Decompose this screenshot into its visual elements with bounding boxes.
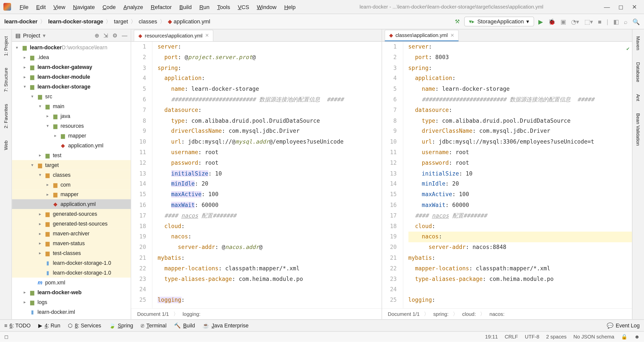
expand-icon[interactable]: ⇲ — [103, 32, 108, 38]
tree-node[interactable]: ▾▆learn-docker-storage — [12, 82, 131, 92]
locate-icon[interactable]: ⊕ — [95, 32, 99, 38]
attach-icon[interactable]: ⬚▾ — [584, 18, 593, 25]
tool-structure[interactable]: 7: Structure — [3, 65, 8, 95]
breadcrumb[interactable]: learn-docker〉learn-docker-storage〉target… — [4, 18, 210, 25]
breadcrumb-item[interactable]: learn-docker-storage — [48, 18, 103, 25]
breadcrumb-item[interactable]: cloud: — [462, 311, 476, 317]
code-editor-right[interactable]: 1234567891011121314151617181920212223242… — [382, 42, 632, 308]
coverage-icon[interactable]: ▣ — [560, 18, 566, 25]
tool-web[interactable]: Web — [3, 138, 8, 152]
menu-code[interactable]: Code — [99, 2, 119, 12]
tree-node[interactable]: ◆application.yml — [12, 141, 131, 150]
stop-icon[interactable]: ■ — [598, 18, 601, 25]
tool-database[interactable]: Database — [636, 60, 641, 85]
breadcrumb-item[interactable]: Document 1/1 — [137, 311, 169, 317]
breadcrumb-item[interactable]: learn-docker — [4, 18, 37, 25]
code-editor-left[interactable]: 1234567891011121314151617181920212223242… — [131, 42, 381, 308]
editor-breadcrumb-right[interactable]: Document 1/1〉spring:〉cloud:〉nacos: — [382, 308, 632, 319]
status-icon[interactable]: ◻ — [4, 334, 9, 340]
tree-node[interactable]: ▾▆classes — [12, 170, 131, 180]
close-tab-icon[interactable]: ✕ — [450, 33, 454, 38]
tree-node[interactable]: ▸▆mapper — [12, 131, 131, 141]
tree-node[interactable]: ▸▆learn-docker-module — [12, 72, 131, 82]
run-config-selector[interactable]: ▾▸ StorageApplication ▾ — [464, 17, 534, 26]
tool-favorites[interactable]: 2: Favorites — [3, 101, 8, 131]
tool-beanvalidation[interactable]: Bean Validation — [636, 111, 641, 148]
tree-node[interactable]: ▸▆generated-sources — [12, 209, 131, 219]
caret-position[interactable]: 19:11 — [485, 334, 498, 340]
hide-icon[interactable]: — — [122, 32, 127, 38]
project-pane-title[interactable]: Project — [23, 32, 40, 38]
tree-node[interactable]: ◆application.yml — [12, 199, 131, 209]
tree-node[interactable]: ▸▆java — [12, 111, 131, 121]
tree-node[interactable]: ▸▆test — [12, 150, 131, 160]
tree-node[interactable]: ▸▆generated-test-sources — [12, 219, 131, 229]
tree-node[interactable]: ▸▆mapper — [12, 189, 131, 199]
file-encoding[interactable]: UTF-8 — [525, 334, 539, 340]
update-icon[interactable]: ◧ — [613, 18, 619, 25]
tree-node[interactable]: ▸▆logs — [12, 297, 131, 307]
search-icon[interactable]: 🔍 — [632, 18, 640, 25]
tree-node[interactable]: ▸▆maven-status — [12, 238, 131, 248]
menu-run[interactable]: Run — [196, 2, 213, 12]
menu-help[interactable]: Help — [281, 2, 299, 12]
breadcrumb-item[interactable]: logging: — [183, 311, 200, 317]
toolwindow-build[interactable]: 🔨Build — [174, 322, 195, 329]
tree-node[interactable]: ▾▆src — [12, 92, 131, 101]
event-log[interactable]: 💬Event Log — [607, 322, 640, 329]
minimize-icon[interactable]: — — [604, 4, 610, 10]
tree-node[interactable]: ▮learn-docker.iml — [12, 307, 131, 317]
tree-node[interactable]: ▮learn-docker-storage-1.0 — [12, 268, 131, 278]
menu-vcs[interactable]: VCS — [234, 2, 253, 12]
tree-node[interactable]: ▾▆main — [12, 101, 131, 111]
tool-project[interactable]: 1: Project — [3, 34, 8, 59]
schema-info[interactable]: No JSON schema — [573, 334, 614, 340]
toolwindow-terminal[interactable]: ⎚Terminal — [141, 322, 167, 328]
breadcrumb-item[interactable]: nacos: — [490, 311, 505, 317]
tree-node[interactable]: ▸▆maven-archiver — [12, 229, 131, 238]
menu-build[interactable]: Build — [176, 2, 195, 12]
breadcrumb-item[interactable]: classes — [139, 18, 157, 25]
tree-node[interactable]: ▾▆learn-docker D:\workspace\learn — [12, 42, 131, 52]
search-everywhere-icon[interactable]: ⌕ — [624, 18, 627, 25]
editor-breadcrumb-left[interactable]: Document 1/1〉logging: — [131, 308, 381, 319]
gear-icon[interactable]: ⚙ — [112, 32, 117, 38]
menu-analyze[interactable]: Analyze — [120, 2, 146, 12]
lock-icon[interactable]: 🔒 — [621, 334, 627, 340]
tree-node[interactable]: ▸▆test-classes — [12, 248, 131, 258]
toolwindow-todo[interactable]: ≡6: TODO — [4, 322, 31, 328]
toolwindow-javaenterprise[interactable]: ☕Java Enterprise — [203, 322, 249, 329]
build-hammer-icon[interactable]: ⚒ — [455, 18, 460, 25]
line-separator[interactable]: CRLF — [505, 334, 518, 340]
debug-icon[interactable]: 🐞 — [548, 18, 555, 25]
tree-node[interactable]: mpom.xml — [12, 278, 131, 287]
tab-classes-application-yml[interactable]: ◆ classes\application.yml ✕ — [384, 30, 459, 41]
tool-maven[interactable]: Maven — [636, 34, 641, 53]
menu-edit[interactable]: Edit — [33, 2, 49, 12]
tool-ant[interactable]: Ant — [636, 92, 641, 104]
tab-resources-application-yml[interactable]: ◆ resources\application.yml ✕ — [134, 30, 214, 41]
menu-file[interactable]: File — [16, 2, 32, 12]
toolwindow-run[interactable]: ▶4: Run — [38, 322, 60, 329]
breadcrumb-item[interactable]: Document 1/1 — [388, 311, 419, 317]
indent-info[interactable]: 2 spaces — [546, 334, 567, 340]
menu-navigate[interactable]: Navigate — [70, 2, 98, 12]
menu-view[interactable]: View — [50, 2, 69, 12]
profile-icon[interactable]: ◔▾ — [571, 18, 579, 25]
maximize-icon[interactable]: ◻ — [618, 4, 623, 10]
breadcrumb-item[interactable]: ◆ application.yml — [168, 18, 210, 25]
run-icon[interactable]: ▶ — [538, 18, 543, 25]
breadcrumb-item[interactable]: spring: — [433, 311, 449, 317]
tree-node[interactable]: ▸▆.idea — [12, 52, 131, 62]
menu-tools[interactable]: Tools — [214, 2, 233, 12]
menu-window[interactable]: Window — [253, 2, 280, 12]
menu-refactor[interactable]: Refactor — [147, 2, 175, 12]
close-tab-icon[interactable]: ✕ — [205, 33, 209, 38]
breadcrumb-item[interactable]: target — [114, 18, 128, 25]
tree-node[interactable]: ▸▆com — [12, 180, 131, 189]
close-icon[interactable]: ✕ — [632, 4, 637, 10]
toolwindow-spring[interactable]: 🍃Spring — [109, 322, 133, 329]
inspection-ok-icon[interactable]: ✔ — [626, 44, 629, 54]
inspector-icon[interactable]: ☻ — [634, 334, 639, 340]
chevron-down-icon[interactable]: ▾ — [43, 32, 46, 38]
